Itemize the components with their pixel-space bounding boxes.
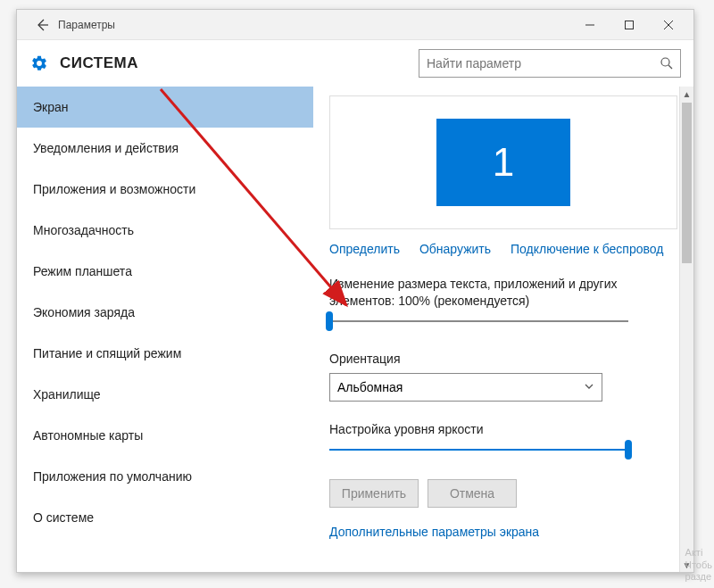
brightness-slider[interactable]: [329, 443, 628, 456]
svg-point-4: [661, 58, 669, 66]
detect-link[interactable]: Обнаружить: [419, 242, 491, 256]
titlebar: Параметры: [17, 10, 693, 40]
sidebar-item-label: Хранилище: [33, 387, 101, 402]
header-bar: СИСТЕМА: [17, 40, 693, 87]
sidebar-item-label: Питание и спящий режим: [33, 346, 181, 360]
sidebar-item-label: Многозадачность: [33, 223, 134, 237]
window-title: Параметры: [58, 19, 115, 31]
brightness-label: Настройка уровня яркости: [329, 421, 677, 438]
activation-watermark: Акті Чтобь разде: [685, 547, 712, 583]
sidebar-item-display[interactable]: Экран: [17, 87, 313, 128]
section-title: СИСТЕМА: [60, 54, 138, 72]
svg-rect-1: [626, 21, 634, 29]
content-scrollbar[interactable]: ▲ ▼: [679, 87, 693, 572]
monitor-tile[interactable]: 1: [436, 119, 570, 206]
sidebar-item-multitasking[interactable]: Многозадачность: [17, 210, 313, 251]
body: Экран Уведомления и действия Приложения …: [17, 87, 693, 572]
advanced-display-link[interactable]: Дополнительные параметры экрана: [329, 525, 539, 539]
sidebar-item-label: Приложения по умолчанию: [33, 469, 192, 484]
sidebar-item-storage[interactable]: Хранилище: [17, 374, 313, 415]
sidebar-item-label: Уведомления и действия: [33, 141, 178, 155]
minimize-button[interactable]: [570, 12, 610, 38]
search-input[interactable]: [419, 49, 681, 78]
cancel-button[interactable]: Отмена: [428, 479, 517, 508]
scroll-thumb[interactable]: [682, 103, 692, 263]
sidebar: Экран Уведомления и действия Приложения …: [17, 87, 313, 572]
svg-line-5: [668, 65, 672, 69]
orientation-select[interactable]: Альбомная: [329, 373, 602, 402]
sidebar-item-apps-features[interactable]: Приложения и возможности: [17, 169, 313, 210]
sidebar-item-default-apps[interactable]: Приложения по умолчанию: [17, 456, 313, 497]
wireless-link[interactable]: Подключение к беспровод: [511, 242, 663, 256]
apply-button[interactable]: Применить: [329, 479, 419, 508]
scroll-up-arrow[interactable]: ▲: [680, 87, 693, 101]
back-button[interactable]: [22, 12, 53, 37]
sidebar-item-offline-maps[interactable]: Автономные карты: [17, 415, 313, 456]
sidebar-item-power-sleep[interactable]: Питание и спящий режим: [17, 333, 313, 374]
brightness-slider-thumb[interactable]: [625, 440, 632, 460]
monitor-number: 1: [493, 140, 514, 185]
sidebar-item-notifications[interactable]: Уведомления и действия: [17, 128, 313, 169]
gear-icon: [29, 54, 49, 73]
scale-slider-thumb[interactable]: [326, 311, 333, 331]
sidebar-item-label: Приложения и возможности: [33, 182, 195, 196]
sidebar-item-label: Режим планшета: [33, 264, 132, 278]
identify-link[interactable]: Определить: [329, 242, 400, 256]
sidebar-item-label: О системе: [33, 510, 94, 525]
search-icon: [660, 56, 674, 70]
maximize-button[interactable]: [610, 12, 649, 38]
scale-slider[interactable]: [329, 315, 628, 327]
sidebar-item-battery-saver[interactable]: Экономия заряда: [17, 292, 313, 333]
sidebar-item-about[interactable]: О системе: [17, 497, 313, 538]
chevron-down-icon: [584, 380, 594, 394]
sidebar-item-tablet-mode[interactable]: Режим планшета: [17, 251, 313, 292]
close-button[interactable]: [649, 12, 688, 38]
monitor-preview[interactable]: 1: [329, 95, 677, 229]
orientation-label: Ориентация: [329, 351, 677, 368]
orientation-value: Альбомная: [337, 380, 403, 394]
content-area: 1 Определить Обнаружить Подключение к бе…: [313, 87, 693, 572]
sidebar-item-label: Экономия заряда: [33, 305, 135, 319]
scale-label: Изменение размера текста, приложений и д…: [329, 276, 677, 310]
sidebar-item-label: Автономные карты: [33, 428, 143, 443]
settings-window: Параметры СИСТЕМА Экран Уведомления и де…: [16, 9, 694, 573]
sidebar-item-label: Экран: [33, 100, 69, 114]
